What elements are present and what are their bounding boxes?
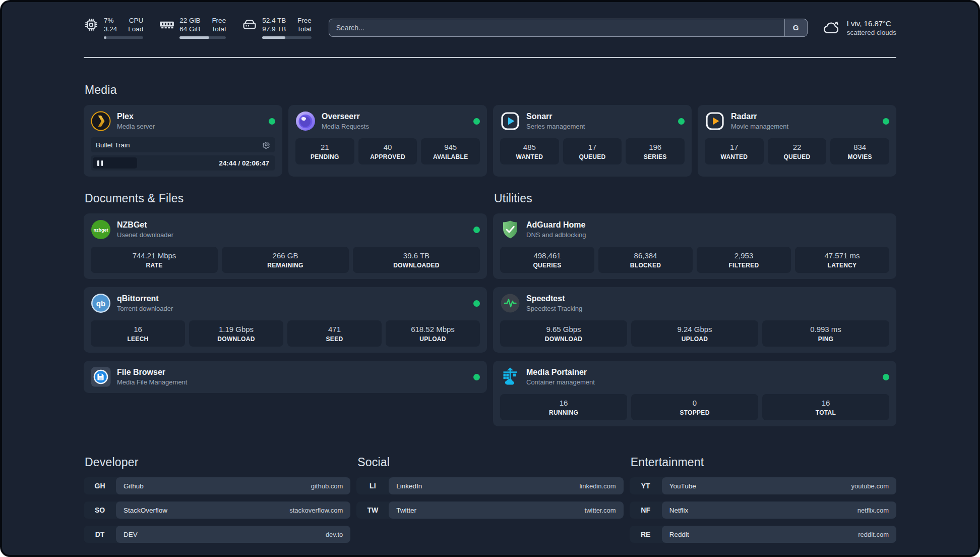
search-engine-button[interactable]: G xyxy=(784,19,808,37)
stat-label: RUNNING xyxy=(503,409,624,416)
usage-progress-bar xyxy=(104,36,143,39)
stat-value: 498,461 xyxy=(503,251,591,260)
cpu-metric: 7%3.24CPULoad xyxy=(84,16,143,39)
filebrowser-icon xyxy=(91,367,111,387)
overseerr-icon xyxy=(295,111,316,131)
stat-value: 47.571 ms xyxy=(798,251,886,260)
qbittorrent-card[interactable]: qbqBittorrentTorrent downloader16LEECH1.… xyxy=(84,287,487,353)
online-status-dot xyxy=(473,118,480,125)
portainer-card[interactable]: Media PortainerContainer management16RUN… xyxy=(493,361,896,426)
speedtest-card[interactable]: SpeedtestSpeedtest Tracking9.65 GbpsDOWN… xyxy=(493,287,896,353)
plex-icon xyxy=(91,111,111,131)
bookmark-netflix[interactable]: NFNetflixnetflix.com xyxy=(630,502,896,519)
stat-label: DOWNLOADED xyxy=(356,262,477,269)
usage-progress-fill xyxy=(104,36,106,39)
online-status-dot xyxy=(269,118,275,125)
now-playing-row: Bullet Train xyxy=(91,137,275,152)
metric-label: Load xyxy=(128,25,143,33)
stat-value: 196 xyxy=(629,143,682,152)
bookmark-abbr: LI xyxy=(356,477,389,494)
bookmark-name: Reddit xyxy=(669,531,689,538)
bookmark-url: dev.to xyxy=(326,531,343,538)
stat-value: 9.24 Gbps xyxy=(634,325,755,334)
app-title: Plex xyxy=(117,112,155,122)
sonarr-stat-queued: 17QUEUED xyxy=(563,138,622,164)
stat-value: 39.6 TB xyxy=(356,251,477,260)
nzbget-card[interactable]: nzbgetNZBGetUsenet downloader744.21 Mbps… xyxy=(84,213,487,279)
stat-value: 16 xyxy=(503,399,624,408)
adguard-icon xyxy=(500,219,520,240)
svg-text:nzbget: nzbget xyxy=(94,228,108,233)
cloud-icon xyxy=(823,19,841,37)
bookmark-name: YouTube xyxy=(669,482,696,490)
column-documents-files: Documents & FilesnzbgetNZBGetUsenet down… xyxy=(84,192,487,426)
search-input[interactable] xyxy=(329,19,808,37)
stat-label: AVAILABLE xyxy=(424,153,477,160)
weather-widget: Lviv, 16.87°C scattered clouds xyxy=(823,19,896,37)
system-metrics: 7%3.24CPULoad22 GiB64 GiBFreeTotal52.4 T… xyxy=(84,16,312,39)
radarr-stat-wanted: 17WANTED xyxy=(705,138,764,164)
radarr-stat-queued: 22QUEUED xyxy=(768,138,827,164)
bookmark-abbr: SO xyxy=(84,502,116,519)
overseerr-card[interactable]: OverseerrMedia Requests21PENDING40APPROV… xyxy=(288,105,487,177)
adguard-stat-blocked: 86,384BLOCKED xyxy=(598,247,693,273)
portainer-stat-total: 16TOTAL xyxy=(762,394,889,420)
usage-progress-bar xyxy=(179,36,226,39)
bookmark-name: Twitter xyxy=(396,507,416,514)
app-subtitle: Container management xyxy=(526,378,595,386)
radarr-stat-movies: 834MOVIES xyxy=(830,138,889,164)
stat-value: 744.21 Mbps xyxy=(94,251,215,260)
online-status-dot xyxy=(473,227,480,233)
stat-label: REMAINING xyxy=(225,262,346,269)
app-subtitle: Torrent downloader xyxy=(117,305,173,313)
bookmark-abbr: DT xyxy=(84,526,116,543)
section-title: Developer xyxy=(85,456,350,469)
settings-gear-icon[interactable] xyxy=(262,141,270,149)
app-subtitle: Media Requests xyxy=(322,123,369,131)
metric-label: Free xyxy=(212,16,226,25)
window-chrome: 7%3.24CPULoad22 GiB64 GiBFreeTotal52.4 T… xyxy=(0,0,980,557)
plex-card[interactable]: PlexMedia serverBullet Train24:44 / 02:0… xyxy=(84,105,282,177)
filebrowser-card[interactable]: File BrowserMedia File Management xyxy=(84,361,487,393)
cpu-icon xyxy=(84,17,99,32)
bookmark-body: DEVdev.to xyxy=(116,526,350,543)
bookmark-abbr: NF xyxy=(630,502,662,519)
stat-value: 0 xyxy=(634,399,755,408)
sonarr-card[interactable]: SonarrSeries management485WANTED17QUEUED… xyxy=(493,105,692,177)
stat-value: 21 xyxy=(298,143,351,152)
stat-label: DOWNLOAD xyxy=(503,336,624,343)
portainer-stat-stopped: 0STOPPED xyxy=(631,394,758,420)
bookmark-linkedin[interactable]: LILinkedInlinkedin.com xyxy=(356,477,623,494)
sonarr-stat-series: 196SERIES xyxy=(626,138,685,164)
pause-button[interactable] xyxy=(93,157,137,169)
metric-label: Total xyxy=(212,25,226,33)
app-title: NZBGet xyxy=(117,220,173,230)
app-subtitle: Speedtest Tracking xyxy=(526,305,582,313)
bookmark-group-developer: DeveloperGHGithubgithub.comSOStackOverfl… xyxy=(84,456,350,550)
bookmark-name: Netflix xyxy=(669,507,689,514)
section-title: Utilities xyxy=(494,192,896,205)
adguard-card[interactable]: AdGuard HomeDNS and adblocking498,461QUE… xyxy=(493,213,896,279)
stat-label: LEECH xyxy=(94,336,182,343)
app-subtitle: Media server xyxy=(117,123,155,131)
bookmark-youtube[interactable]: YTYouTubeyoutube.com xyxy=(630,477,896,494)
bookmark-abbr: TW xyxy=(356,502,389,519)
adguard-stat-filtered: 2,953FILTERED xyxy=(697,247,791,273)
bookmark-github[interactable]: GHGithubgithub.com xyxy=(84,477,350,494)
speedtest-icon xyxy=(500,293,520,313)
bookmark-reddit[interactable]: RERedditreddit.com xyxy=(630,526,896,543)
bookmark-stackoverflow[interactable]: SOStackOverflowstackoverflow.com xyxy=(84,502,350,519)
pause-icon xyxy=(97,160,99,166)
bookmark-abbr: GH xyxy=(84,477,116,494)
radarr-card[interactable]: RadarrMovie management17WANTED22QUEUED83… xyxy=(698,105,896,177)
stat-label: QUEUED xyxy=(771,153,824,160)
bookmark-dev[interactable]: DTDEVdev.to xyxy=(84,526,350,543)
metric-label: CPU xyxy=(129,16,144,25)
app-title: Overseerr xyxy=(322,112,369,122)
bookmark-url: netflix.com xyxy=(858,507,889,514)
app-title: Media Portainer xyxy=(526,367,595,377)
overseerr-stat-pending: 21PENDING xyxy=(295,138,354,164)
header-divider xyxy=(84,57,896,58)
bookmark-twitter[interactable]: TWTwittertwitter.com xyxy=(356,502,623,519)
metric-label: Free xyxy=(297,16,312,25)
